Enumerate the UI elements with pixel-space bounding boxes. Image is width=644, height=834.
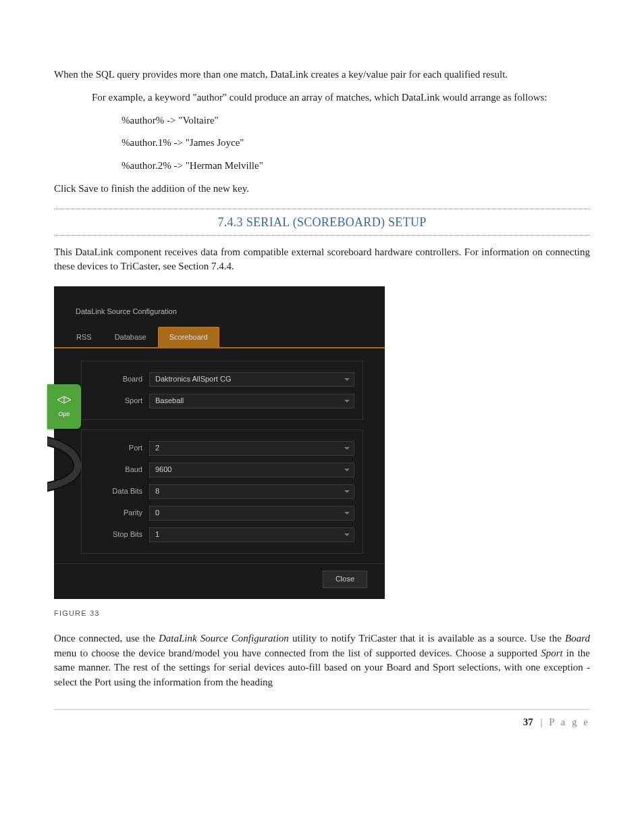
chevron-down-icon — [344, 400, 350, 402]
chevron-down-icon — [344, 469, 350, 471]
page-footer: 37 | P a g e — [54, 709, 590, 730]
tab-pane: Board Daktronics AllSport CG Sport Baseb… — [72, 361, 367, 554]
page: When the SQL query provides more than on… — [0, 0, 644, 834]
group-serial-settings: Port 2 Baud 9600 Data — [81, 429, 363, 554]
tab-database[interactable]: Database — [103, 327, 158, 347]
combo-parity-value: 0 — [155, 508, 159, 519]
row-parity: Parity 0 — [87, 506, 354, 521]
combo-stopbits[interactable]: 1 — [149, 527, 354, 542]
label-parity: Parity — [87, 508, 149, 519]
example-line-1: %author% -> "Voltaire" — [122, 113, 590, 128]
dialog-separator — [54, 563, 385, 564]
chevron-down-icon — [344, 512, 350, 515]
row-databits: Data Bits 8 — [87, 484, 354, 499]
combo-databits[interactable]: 8 — [149, 484, 354, 499]
row-board: Board Daktronics AllSport CG — [87, 372, 354, 387]
paragraph-component-info: This DataLink component receives data fr… — [54, 245, 590, 275]
example-line-3: %author.2% -> "Herman Melville" — [122, 159, 590, 174]
combo-baud[interactable]: 9600 — [149, 463, 354, 477]
combo-port-value: 2 — [155, 443, 159, 454]
combo-board[interactable]: Daktronics AllSport CG — [149, 372, 354, 387]
badge-label: Ope — [58, 410, 70, 419]
chevron-down-icon — [344, 533, 350, 536]
row-baud: Baud 9600 — [87, 463, 354, 477]
section-divider: 7.4.3 SERIAL (SCOREBOARD) SETUP — [54, 209, 590, 236]
combo-sport[interactable]: Baseball — [149, 394, 354, 409]
label-databits: Data Bits — [87, 486, 149, 497]
paragraph-example-lead: For example, a keyword "author" could pr… — [92, 90, 590, 105]
figure-33: Ope DataLink Source Configuration RSS Da… — [54, 286, 590, 599]
combo-databits-value: 8 — [155, 486, 159, 497]
combo-baud-value: 9600 — [155, 465, 171, 475]
paragraph-once-connected: Once connected, use the DataLink Source … — [54, 631, 590, 690]
label-port: Port — [87, 443, 149, 454]
example-line-2: %author.1% -> "James Joyce" — [122, 136, 590, 151]
combo-parity[interactable]: 0 — [149, 506, 354, 521]
combo-board-value: Daktronics AllSport CG — [155, 374, 231, 385]
row-port: Port 2 — [87, 441, 354, 456]
section-number: 7.4.3 — [217, 215, 243, 229]
tab-bar: RSS Database Scoreboard — [54, 327, 385, 348]
label-board: Board — [87, 374, 149, 385]
combo-sport-value: Baseball — [155, 396, 184, 407]
section-heading: 7.4.3 SERIAL (SCOREBOARD) SETUP — [217, 215, 426, 229]
dialog-window: Ope DataLink Source Configuration RSS Da… — [54, 286, 385, 599]
chevron-down-icon — [344, 378, 350, 381]
paragraph-click-save: Click Save to finish the addition of the… — [54, 182, 590, 197]
row-stopbits: Stop Bits 1 — [87, 527, 354, 542]
group-board-sport: Board Daktronics AllSport CG Sport Baseb… — [81, 361, 363, 420]
chevron-down-icon — [344, 490, 350, 493]
tab-scoreboard[interactable]: Scoreboard — [158, 327, 219, 347]
combo-stopbits-value: 1 — [155, 529, 159, 540]
dialog-footer: Close — [72, 571, 367, 588]
page-number: 37 — [523, 716, 533, 727]
cable-icon — [47, 434, 81, 494]
page-label: P a g e — [549, 716, 590, 727]
paragraph-sql-intro: When the SQL query provides more than on… — [54, 68, 590, 82]
label-stopbits: Stop Bits — [87, 529, 149, 540]
chevron-down-icon — [344, 447, 350, 450]
combo-port[interactable]: 2 — [149, 441, 354, 456]
label-baud: Baud — [87, 465, 149, 475]
close-button[interactable]: Close — [323, 571, 367, 588]
open-box-badge: Ope — [47, 384, 81, 429]
row-sport: Sport Baseball — [87, 394, 354, 409]
figure-caption: FIGURE 33 — [54, 608, 590, 619]
label-sport: Sport — [87, 396, 149, 407]
dialog-title: DataLink Source Configuration — [76, 307, 367, 317]
section-title: SERIAL (SCOREBOARD) SETUP — [246, 215, 427, 229]
tab-rss[interactable]: RSS — [65, 327, 103, 347]
open-box-icon — [56, 395, 72, 409]
